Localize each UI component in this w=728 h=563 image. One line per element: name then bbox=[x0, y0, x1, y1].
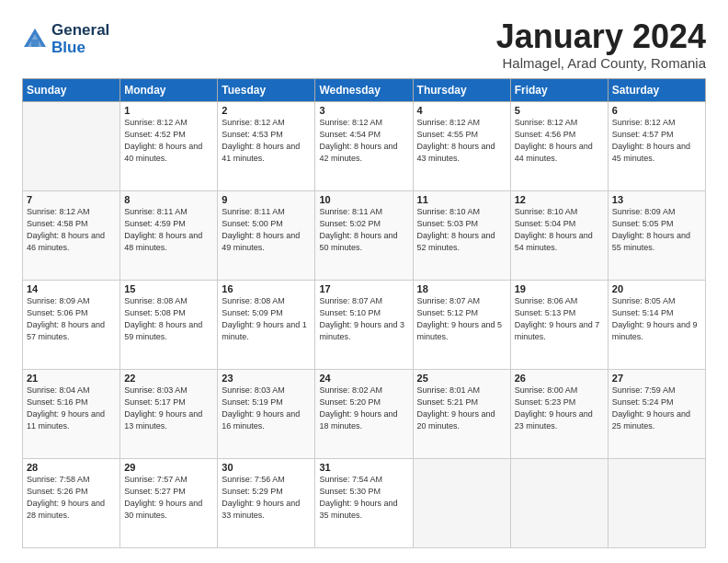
week-row-4: 21Sunrise: 8:04 AMSunset: 5:16 PMDayligh… bbox=[23, 369, 706, 458]
column-header-tuesday: Tuesday bbox=[218, 78, 315, 101]
day-cell: 16Sunrise: 8:08 AMSunset: 5:09 PMDayligh… bbox=[218, 280, 315, 369]
day-info: Sunrise: 8:03 AMSunset: 5:17 PMDaylight:… bbox=[124, 385, 213, 432]
day-number: 21 bbox=[27, 373, 116, 384]
day-number: 10 bbox=[319, 194, 408, 205]
day-info: Sunrise: 7:54 AMSunset: 5:30 PMDaylight:… bbox=[319, 474, 408, 522]
day-info: Sunrise: 7:57 AMSunset: 5:27 PMDaylight:… bbox=[124, 474, 213, 522]
day-cell: 30Sunrise: 7:56 AMSunset: 5:29 PMDayligh… bbox=[218, 458, 315, 547]
day-info: Sunrise: 8:12 AMSunset: 4:55 PMDaylight:… bbox=[417, 117, 506, 165]
day-number: 12 bbox=[515, 194, 604, 205]
day-cell bbox=[23, 101, 120, 190]
day-info: Sunrise: 8:11 AMSunset: 5:00 PMDaylight:… bbox=[222, 206, 311, 254]
column-header-saturday: Saturday bbox=[608, 78, 705, 101]
logo-text: General Blue bbox=[51, 22, 109, 56]
week-row-2: 7Sunrise: 8:12 AMSunset: 4:58 PMDaylight… bbox=[23, 190, 706, 280]
day-cell: 14Sunrise: 8:09 AMSunset: 5:06 PMDayligh… bbox=[23, 280, 120, 369]
day-number: 17 bbox=[319, 283, 408, 294]
logo-icon bbox=[22, 27, 48, 52]
day-info: Sunrise: 8:12 AMSunset: 4:57 PMDaylight:… bbox=[612, 117, 701, 165]
day-number: 23 bbox=[222, 373, 311, 384]
day-number: 1 bbox=[124, 105, 213, 116]
day-cell: 4Sunrise: 8:12 AMSunset: 4:55 PMDaylight… bbox=[413, 101, 510, 190]
calendar-header-row: SundayMondayTuesdayWednesdayThursdayFrid… bbox=[23, 78, 706, 101]
day-info: Sunrise: 8:11 AMSunset: 4:59 PMDaylight:… bbox=[124, 206, 213, 254]
day-cell: 13Sunrise: 8:09 AMSunset: 5:05 PMDayligh… bbox=[608, 190, 705, 280]
day-cell: 26Sunrise: 8:00 AMSunset: 5:23 PMDayligh… bbox=[510, 369, 608, 458]
day-cell: 25Sunrise: 8:01 AMSunset: 5:21 PMDayligh… bbox=[413, 369, 510, 458]
day-info: Sunrise: 8:10 AMSunset: 5:03 PMDaylight:… bbox=[417, 206, 506, 254]
week-row-1: 1Sunrise: 8:12 AMSunset: 4:52 PMDaylight… bbox=[23, 101, 706, 190]
day-number: 6 bbox=[612, 105, 701, 116]
day-number: 13 bbox=[612, 194, 701, 205]
logo: General Blue bbox=[22, 22, 109, 56]
column-header-sunday: Sunday bbox=[23, 78, 120, 101]
day-info: Sunrise: 8:12 AMSunset: 4:56 PMDaylight:… bbox=[515, 117, 604, 165]
subtitle: Halmagel, Arad County, Romania bbox=[496, 55, 706, 71]
day-cell: 28Sunrise: 7:58 AMSunset: 5:26 PMDayligh… bbox=[23, 458, 120, 547]
day-cell: 10Sunrise: 8:11 AMSunset: 5:02 PMDayligh… bbox=[315, 190, 413, 280]
day-cell bbox=[608, 458, 705, 547]
week-row-3: 14Sunrise: 8:09 AMSunset: 5:06 PMDayligh… bbox=[23, 280, 706, 369]
day-number: 25 bbox=[417, 373, 506, 384]
day-cell: 15Sunrise: 8:08 AMSunset: 5:08 PMDayligh… bbox=[120, 280, 218, 369]
page: General Blue January 2024 Halmagel, Arad… bbox=[0, 0, 728, 563]
day-number: 27 bbox=[612, 373, 701, 384]
day-number: 2 bbox=[222, 105, 311, 116]
day-cell: 24Sunrise: 8:02 AMSunset: 5:20 PMDayligh… bbox=[315, 369, 413, 458]
day-number: 11 bbox=[417, 194, 506, 205]
day-cell: 23Sunrise: 8:03 AMSunset: 5:19 PMDayligh… bbox=[218, 369, 315, 458]
day-number: 29 bbox=[124, 462, 213, 473]
day-number: 24 bbox=[319, 373, 408, 384]
column-header-wednesday: Wednesday bbox=[315, 78, 413, 101]
day-info: Sunrise: 8:08 AMSunset: 5:09 PMDaylight:… bbox=[222, 295, 311, 343]
day-cell: 6Sunrise: 8:12 AMSunset: 4:57 PMDaylight… bbox=[608, 101, 705, 190]
day-info: Sunrise: 7:59 AMSunset: 5:24 PMDaylight:… bbox=[612, 385, 701, 432]
day-info: Sunrise: 8:06 AMSunset: 5:13 PMDaylight:… bbox=[515, 295, 604, 343]
day-cell: 31Sunrise: 7:54 AMSunset: 5:30 PMDayligh… bbox=[315, 458, 413, 547]
day-number: 9 bbox=[222, 194, 311, 205]
day-cell: 9Sunrise: 8:11 AMSunset: 5:00 PMDaylight… bbox=[218, 190, 315, 280]
day-cell: 18Sunrise: 8:07 AMSunset: 5:12 PMDayligh… bbox=[413, 280, 510, 369]
day-info: Sunrise: 8:04 AMSunset: 5:16 PMDaylight:… bbox=[27, 385, 116, 432]
svg-rect-2 bbox=[31, 40, 39, 47]
day-cell: 11Sunrise: 8:10 AMSunset: 5:03 PMDayligh… bbox=[413, 190, 510, 280]
day-info: Sunrise: 8:12 AMSunset: 4:53 PMDaylight:… bbox=[222, 117, 311, 165]
day-info: Sunrise: 8:02 AMSunset: 5:20 PMDaylight:… bbox=[319, 385, 408, 432]
day-info: Sunrise: 8:03 AMSunset: 5:19 PMDaylight:… bbox=[222, 385, 311, 432]
day-number: 8 bbox=[124, 194, 213, 205]
title-block: January 2024 Halmagel, Arad County, Roma… bbox=[496, 18, 706, 71]
day-info: Sunrise: 8:09 AMSunset: 5:05 PMDaylight:… bbox=[612, 206, 701, 254]
day-cell: 20Sunrise: 8:05 AMSunset: 5:14 PMDayligh… bbox=[608, 280, 705, 369]
day-info: Sunrise: 8:12 AMSunset: 4:58 PMDaylight:… bbox=[27, 206, 116, 254]
calendar-table: SundayMondayTuesdayWednesdayThursdayFrid… bbox=[22, 78, 706, 548]
day-number: 4 bbox=[417, 105, 506, 116]
day-cell: 7Sunrise: 8:12 AMSunset: 4:58 PMDaylight… bbox=[23, 190, 120, 280]
day-cell bbox=[510, 458, 608, 547]
day-number: 7 bbox=[27, 194, 116, 205]
main-title: January 2024 bbox=[496, 18, 706, 55]
header: General Blue January 2024 Halmagel, Arad… bbox=[22, 18, 706, 71]
day-cell: 2Sunrise: 8:12 AMSunset: 4:53 PMDaylight… bbox=[218, 101, 315, 190]
day-number: 26 bbox=[515, 373, 604, 384]
day-number: 14 bbox=[27, 283, 116, 294]
day-cell: 8Sunrise: 8:11 AMSunset: 4:59 PMDaylight… bbox=[120, 190, 218, 280]
day-cell: 22Sunrise: 8:03 AMSunset: 5:17 PMDayligh… bbox=[120, 369, 218, 458]
day-info: Sunrise: 7:58 AMSunset: 5:26 PMDaylight:… bbox=[27, 474, 116, 522]
day-cell: 1Sunrise: 8:12 AMSunset: 4:52 PMDaylight… bbox=[120, 101, 218, 190]
day-cell bbox=[413, 458, 510, 547]
day-info: Sunrise: 8:05 AMSunset: 5:14 PMDaylight:… bbox=[612, 295, 701, 343]
day-number: 16 bbox=[222, 283, 311, 294]
day-number: 22 bbox=[124, 373, 213, 384]
day-info: Sunrise: 8:10 AMSunset: 5:04 PMDaylight:… bbox=[515, 206, 604, 254]
day-cell: 21Sunrise: 8:04 AMSunset: 5:16 PMDayligh… bbox=[23, 369, 120, 458]
day-cell: 5Sunrise: 8:12 AMSunset: 4:56 PMDaylight… bbox=[510, 101, 608, 190]
day-number: 30 bbox=[222, 462, 311, 473]
week-row-5: 28Sunrise: 7:58 AMSunset: 5:26 PMDayligh… bbox=[23, 458, 706, 547]
day-info: Sunrise: 8:00 AMSunset: 5:23 PMDaylight:… bbox=[515, 385, 604, 432]
day-info: Sunrise: 7:56 AMSunset: 5:29 PMDaylight:… bbox=[222, 474, 311, 522]
day-cell: 27Sunrise: 7:59 AMSunset: 5:24 PMDayligh… bbox=[608, 369, 705, 458]
day-number: 20 bbox=[612, 283, 701, 294]
day-info: Sunrise: 8:07 AMSunset: 5:12 PMDaylight:… bbox=[417, 295, 506, 343]
day-cell: 17Sunrise: 8:07 AMSunset: 5:10 PMDayligh… bbox=[315, 280, 413, 369]
column-header-thursday: Thursday bbox=[413, 78, 510, 101]
